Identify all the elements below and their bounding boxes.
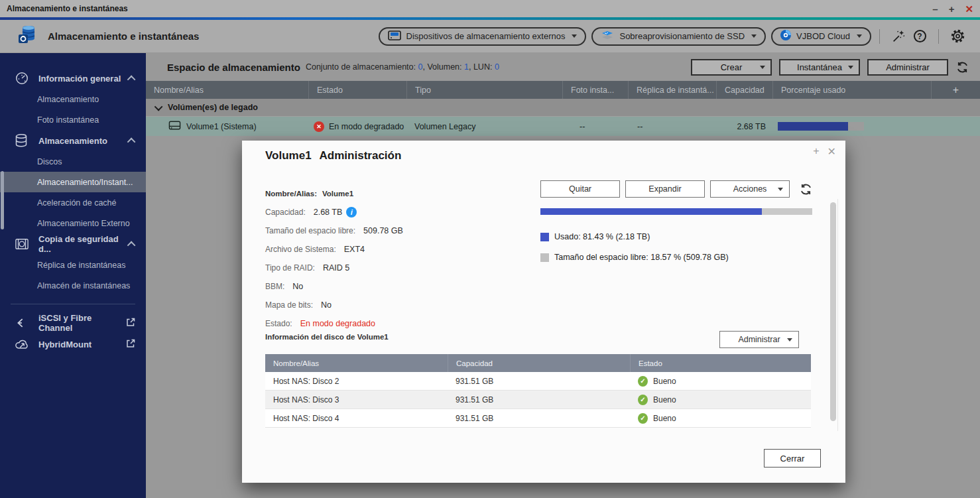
app-icon	[16, 24, 40, 49]
sidebar-scrollbar-thumb[interactable]	[1, 171, 4, 229]
ok-status-icon: ✓	[638, 413, 648, 424]
volume-status: En modo degradado	[329, 122, 404, 131]
column-estado[interactable]: Estado	[308, 81, 406, 99]
dialog-close-icon[interactable]: ✕	[827, 145, 836, 158]
dialog-refresh-icon[interactable]	[799, 182, 813, 196]
sidebar-item-discos[interactable]: Discos	[0, 151, 146, 172]
volume-details-list: Nombre/Alias: Volume1 Capacidad: 2.68 TB…	[265, 184, 524, 333]
external-storage-devices-button[interactable]: Dispositivos de almacenamiento externos	[379, 27, 587, 46]
disk-row-3[interactable]: Host NAS: Disco 3 931.51 GB ✓Bueno	[265, 391, 811, 409]
create-button[interactable]: Crear	[691, 59, 772, 76]
dialog-scrollbar-thumb[interactable]	[830, 202, 836, 421]
snapshot-button[interactable]: Instantánea	[779, 59, 860, 76]
volume-type: Volumen Legacy	[406, 117, 562, 136]
storage-space-header: Espacio de almacenamiento Conjunto de al…	[146, 53, 980, 81]
disk-table: Nombre/Alias Capacidad Estado Host NAS: …	[265, 354, 811, 428]
remove-button[interactable]: Quitar	[540, 180, 620, 198]
ssd-overprovisioning-label: Sobreaprovisionamiento de SSD	[619, 31, 745, 41]
help-icon[interactable]: ?	[911, 28, 928, 45]
external-storage-devices-label: Dispositivos de almacenamiento externos	[406, 31, 566, 41]
disk-column-nombre[interactable]: Nombre/Alias	[265, 354, 448, 372]
sidebar-section-overview[interactable]: Información general	[0, 68, 146, 89]
external-drive-icon	[388, 31, 401, 42]
sidebar-item-aceleracion-cache[interactable]: Aceleración de caché	[0, 192, 146, 213]
field-tipo-raid: Tipo de RAID: RAID 5	[265, 259, 524, 277]
legacy-volumes-group-label: Volúmen(es) de legado	[168, 103, 258, 112]
sidebar-item-almacenamiento-externo[interactable]: Almacenamiento Externo	[0, 213, 146, 233]
chevron-down-icon	[848, 66, 853, 69]
field-capacidad: Capacidad: 2.68 TB i	[265, 203, 524, 221]
database-icon	[15, 133, 32, 149]
sidebar-section-storage[interactable]: Almacenamiento	[0, 130, 146, 151]
settings-gear-icon[interactable]	[949, 28, 966, 45]
legacy-volumes-group-row[interactable]: Volúmen(es) de legado	[146, 99, 980, 117]
disk-row-4[interactable]: Host NAS: Disco 4 931.51 GB ✓Bueno	[265, 409, 811, 428]
add-column-button[interactable]: +	[931, 81, 980, 99]
volume1-table-row[interactable]: Volume1 (Sistema) ✕ En modo degradado Vo…	[146, 117, 980, 136]
chevron-down-icon	[572, 34, 577, 38]
usage-bar-fill	[778, 122, 848, 131]
sidebar-item-almacenamiento-instantaneas[interactable]: Almacenamiento/Instant...	[0, 172, 146, 192]
volume-snapshot-count: --	[562, 117, 628, 136]
column-nombre-alias[interactable]: Nombre/Alias	[146, 81, 308, 99]
sidebar-item-foto-instantanea[interactable]: Foto instantánea	[0, 109, 146, 130]
app-title: Almacenamiento e instantáneas	[48, 31, 373, 42]
external-link-icon	[126, 318, 135, 329]
field-espacio-libre: Tamaño del espacio libre: 509.78 GB	[265, 221, 524, 240]
vjbod-cloud-label: VJBOD Cloud	[796, 31, 850, 41]
volume-table-header: Nombre/Alias Estado Tipo Foto insta... R…	[146, 81, 980, 99]
dialog-title: Volume1 Administración	[265, 149, 401, 162]
ok-status-icon: ✓	[638, 395, 648, 405]
close-dialog-button[interactable]: Cerrar	[764, 449, 821, 467]
sidebar-link-hybridmount-label: HybridMount	[38, 340, 126, 349]
disk-row-2[interactable]: Host NAS: Disco 2 931.51 GB ✓Bueno	[265, 372, 811, 391]
external-link-icon	[126, 339, 135, 350]
page-title: Espacio de almacenamiento	[167, 62, 300, 73]
disk-status: Bueno	[653, 414, 676, 423]
dialog-title-volume: Volume1	[265, 149, 312, 162]
volume-drive-icon	[168, 120, 181, 133]
disk-column-capacidad[interactable]: Capacidad	[448, 354, 630, 372]
lun-count-value: 0	[495, 62, 499, 72]
disk-manage-button[interactable]: Administrar	[719, 331, 799, 348]
sidebar-section-storage-label: Almacenamiento	[38, 136, 129, 146]
ssd-overprovisioning-button[interactable]: Sobreaprovisionamiento de SSD	[591, 27, 766, 46]
header-separator	[938, 29, 939, 44]
sidebar-section-backup[interactable]: Copia de seguridad d...	[0, 233, 146, 255]
legend-free: Tamaño del espacio libre: 18.57 % (509.7…	[540, 253, 814, 262]
storage-snapshots-window: Almacenamiento e instantáneas – + ✕ Alma…	[0, 0, 980, 498]
chevron-down-icon	[778, 188, 783, 191]
sidebar-link-hybridmount[interactable]: HybridMount	[0, 334, 146, 355]
manage-button[interactable]: Administrar	[867, 59, 948, 76]
expand-button[interactable]: Expandir	[625, 180, 705, 198]
usage-bar	[778, 122, 864, 131]
column-tipo[interactable]: Tipo	[406, 81, 562, 99]
window-title: Almacenamiento e instantáneas	[7, 4, 932, 13]
ok-status-icon: ✓	[638, 376, 648, 387]
refresh-icon[interactable]	[955, 60, 969, 74]
sidebar-item-almacenamiento-overview[interactable]: Almacenamiento	[0, 89, 146, 109]
chevron-down-icon	[154, 102, 163, 111]
column-foto-instantanea[interactable]: Foto insta...	[562, 81, 628, 99]
chevron-down-icon	[857, 34, 862, 38]
info-icon[interactable]: i	[346, 207, 357, 218]
vjbod-cloud-button[interactable]: VJBOD Cloud	[771, 27, 871, 46]
actions-button[interactable]: Acciones	[710, 180, 790, 198]
disk-column-estado[interactable]: Estado	[630, 354, 811, 372]
maximize-button[interactable]: +	[949, 4, 955, 14]
field-mapa-bits: Mapa de bits: No	[265, 296, 524, 314]
disk-capacity: 931.51 GB	[448, 372, 630, 390]
sidebar-item-replica-instantaneas[interactable]: Réplica de instantáneas	[0, 255, 146, 275]
sidebar-item-almacen-instantaneas[interactable]: Almacén de instantáneas	[0, 275, 146, 296]
chevron-down-icon	[751, 34, 757, 38]
dialog-maximize-icon[interactable]: +	[813, 145, 819, 158]
column-porcentaje-usado[interactable]: Porcentaje usado	[772, 81, 931, 99]
sidebar-link-iscsi[interactable]: iSCSI y Fibre Channel	[0, 312, 146, 334]
gauge-icon	[15, 70, 32, 86]
column-replica[interactable]: Réplica de instantá...	[628, 81, 716, 99]
volume-name: Volume1 (Sistema)	[186, 122, 257, 131]
close-button[interactable]: ✕	[965, 4, 973, 14]
column-capacidad[interactable]: Capacidad	[716, 81, 772, 99]
wizard-wand-icon[interactable]	[890, 28, 907, 45]
minimize-button[interactable]: –	[932, 4, 938, 14]
